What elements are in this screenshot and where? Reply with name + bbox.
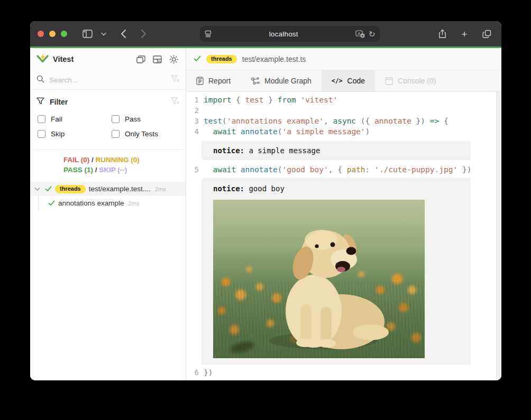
pool-badge: threads bbox=[206, 55, 237, 63]
theme-toggle-sun-icon[interactable] bbox=[168, 53, 179, 65]
reload-icon[interactable]: ↻ bbox=[369, 30, 376, 38]
back-icon[interactable] bbox=[116, 26, 131, 41]
new-tab-icon[interactable]: + bbox=[457, 26, 472, 41]
test-file-duration: 2ms bbox=[155, 186, 166, 192]
test-status-summary: FAIL (0) / RUNNING (0) PASS (1) / SKIP (… bbox=[30, 150, 186, 179]
sidebar-header: Vitest bbox=[30, 48, 186, 70]
vitest-logo bbox=[36, 52, 49, 66]
annotation-notice: notice: good boy bbox=[202, 178, 471, 365]
test-case-name: annotations example bbox=[58, 199, 124, 207]
only-tests-checkbox-box[interactable] bbox=[112, 130, 120, 138]
fail-count: FAIL (0) bbox=[63, 156, 89, 164]
code-line: 1import { test } from 'vitest' bbox=[186, 95, 496, 105]
code-icon: </> bbox=[332, 77, 343, 85]
vertical-scrollbar[interactable] bbox=[496, 92, 501, 380]
search-input[interactable] bbox=[49, 76, 166, 84]
traffic-lights bbox=[38, 31, 67, 37]
minimize-window-button[interactable] bbox=[49, 31, 56, 37]
close-window-button[interactable] bbox=[38, 31, 44, 37]
pass-check-icon bbox=[45, 184, 52, 194]
translate-icon[interactable]: A ★ bbox=[355, 30, 365, 38]
fail-checkbox-box[interactable] bbox=[38, 115, 45, 123]
file-header: threads test/example.test.ts bbox=[186, 48, 501, 70]
checkbox-fail[interactable]: Fail bbox=[38, 115, 112, 123]
main-pane: threads test/example.test.ts Report bbox=[186, 48, 501, 380]
tab-module-graph[interactable]: Module Graph bbox=[241, 70, 322, 91]
view-tabs: Report Module Graph </> Code bbox=[186, 70, 501, 92]
tab-overview-icon[interactable] bbox=[479, 26, 494, 41]
test-file-name: test/example.test.... bbox=[89, 185, 151, 193]
tree-indent-line bbox=[38, 196, 39, 210]
dashboard-icon[interactable] bbox=[151, 53, 163, 65]
browser-toolbar: localhost A ★ ↻ + bbox=[30, 21, 501, 46]
cute-puppy-image bbox=[213, 200, 425, 358]
pass-check-icon bbox=[194, 54, 201, 64]
annotation-notice: notice: a simple message bbox=[202, 141, 471, 160]
tab-report[interactable]: Report bbox=[186, 70, 241, 91]
module-graph-icon bbox=[251, 77, 260, 85]
tab-console[interactable]: Console (0) bbox=[375, 70, 446, 91]
skip-checkbox-box[interactable] bbox=[38, 130, 45, 138]
browser-window: localhost A ★ ↻ + bbox=[30, 21, 501, 380]
code-line: 5 await annotate('good boy', { path: './… bbox=[186, 164, 496, 175]
notice-text: a simple message bbox=[244, 146, 320, 155]
code-scroll-area: 1import { test } from 'vitest' 2 3test('… bbox=[186, 92, 496, 380]
svg-text:A: A bbox=[358, 31, 361, 36]
page-format-icon[interactable] bbox=[204, 30, 212, 38]
notice-label: notice: bbox=[213, 184, 244, 193]
skip-count: SKIP (--) bbox=[99, 166, 127, 174]
test-tree: threads test/example.test.... 2ms annota… bbox=[30, 182, 186, 210]
console-icon bbox=[385, 77, 393, 85]
open-file-path: test/example.test.ts bbox=[242, 55, 306, 63]
pass-count: PASS (1) bbox=[63, 166, 93, 174]
clear-filter-icon[interactable] bbox=[171, 97, 179, 107]
clear-search-icon[interactable] bbox=[171, 75, 179, 85]
code-line: 3test('annotations example', async ({ an… bbox=[186, 116, 496, 126]
url-text[interactable]: localhost bbox=[212, 30, 355, 38]
code-view: 1import { test } from 'vitest' 2 3test('… bbox=[186, 92, 501, 380]
sidebar: Vitest bbox=[30, 48, 186, 380]
share-icon[interactable] bbox=[435, 26, 450, 41]
code-line: 4 await annotate('a simple message') bbox=[186, 126, 496, 137]
pool-badge: threads bbox=[55, 185, 86, 193]
address-bar[interactable]: localhost A ★ ↻ bbox=[200, 26, 380, 42]
collapse-panels-icon[interactable] bbox=[135, 53, 147, 65]
checkbox-skip[interactable]: Skip bbox=[38, 130, 112, 138]
checkbox-only-tests[interactable]: Only Tests bbox=[112, 130, 179, 138]
running-count: RUNNING (0) bbox=[96, 156, 140, 164]
tab-code[interactable]: </> Code bbox=[322, 70, 375, 91]
pass-checkbox-box[interactable] bbox=[112, 115, 120, 123]
code-line: 7 bbox=[186, 378, 496, 380]
test-file-row[interactable]: threads test/example.test.... 2ms bbox=[30, 182, 186, 196]
sidebar-toggle-icon[interactable] bbox=[80, 26, 95, 41]
search-icon bbox=[36, 75, 44, 85]
checkbox-pass[interactable]: Pass bbox=[112, 115, 179, 123]
filter-section: Filter Fail Pass Skip Only Tests bbox=[30, 90, 186, 143]
forward-icon[interactable] bbox=[136, 26, 151, 41]
test-case-row[interactable]: annotations example 2ms bbox=[30, 196, 186, 210]
search-bar bbox=[30, 70, 186, 90]
sidebar-menu-chevron-down-icon[interactable] bbox=[100, 26, 107, 41]
notice-text: good boy bbox=[244, 184, 285, 193]
pass-check-icon bbox=[48, 199, 55, 208]
filter-label: Filter bbox=[50, 98, 166, 106]
zoom-window-button[interactable] bbox=[61, 31, 67, 37]
puppy-illustration bbox=[213, 200, 425, 358]
code-line: 6}) bbox=[186, 367, 496, 378]
chevron-down-icon[interactable] bbox=[34, 187, 42, 191]
funnel-icon bbox=[36, 97, 44, 107]
svg-text:★: ★ bbox=[361, 34, 364, 38]
code-line: 2 bbox=[186, 105, 496, 116]
test-case-duration: 2ms bbox=[129, 200, 140, 207]
notice-label: notice: bbox=[213, 146, 244, 155]
report-icon bbox=[196, 77, 204, 85]
app-title: Vitest bbox=[53, 55, 135, 63]
